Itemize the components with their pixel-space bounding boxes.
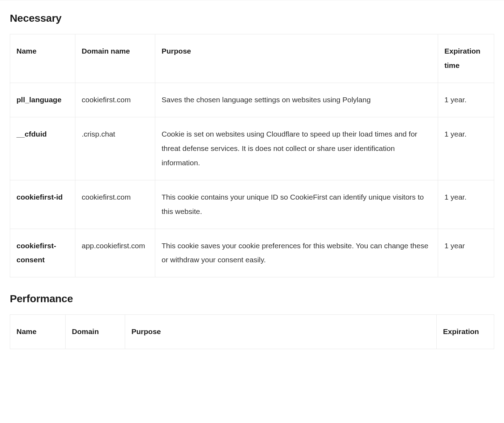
page-content: Necessary Name Domain name Purpose Expir… (0, 0, 504, 349)
cell-expiration: 1 year (438, 229, 494, 277)
cell-expiration: 1 year. (438, 180, 494, 229)
cell-purpose: Saves the chosen language settings on we… (155, 83, 438, 117)
col-header-name: Name (10, 315, 66, 349)
col-header-domain: Domain name (75, 34, 155, 83)
table-row: cookiefirst-id cookiefirst.com This cook… (10, 180, 494, 229)
col-header-purpose: Purpose (155, 34, 438, 83)
col-header-purpose: Purpose (125, 315, 437, 349)
table-row: cookiefirst-consent app.cookiefirst.com … (10, 229, 494, 277)
cell-purpose: This cookie contains your unique ID so C… (155, 180, 438, 229)
cell-domain: cookiefirst.com (75, 83, 155, 117)
table-header-row: Name Domain Purpose Expiration (10, 315, 494, 349)
table-row: pll_language cookiefirst.com Saves the c… (10, 83, 494, 117)
section-heading-necessary: Necessary (10, 12, 494, 24)
col-header-domain: Domain (66, 315, 125, 349)
cell-domain: cookiefirst.com (75, 180, 155, 229)
cell-domain: app.cookiefirst.com (75, 229, 155, 277)
cell-purpose: Cookie is set on websites using Cloudfla… (155, 117, 438, 180)
cell-domain: .crisp.chat (75, 117, 155, 180)
cell-name: __cfduid (10, 117, 75, 180)
cell-purpose: This cookie saves your cookie preference… (155, 229, 438, 277)
cell-name: pll_language (10, 83, 75, 117)
table-row: __cfduid .crisp.chat Cookie is set on we… (10, 117, 494, 180)
cookie-table-necessary: Name Domain name Purpose Expiration time… (10, 34, 494, 277)
cookie-table-performance: Name Domain Purpose Expiration (10, 314, 494, 349)
col-header-expiration: Expiration time (438, 34, 494, 83)
cell-expiration: 1 year. (438, 83, 494, 117)
cell-expiration: 1 year. (438, 117, 494, 180)
cell-name: cookiefirst-id (10, 180, 75, 229)
col-header-expiration: Expiration (437, 315, 494, 349)
cell-name: cookiefirst-consent (10, 229, 75, 277)
section-heading-performance: Performance (10, 293, 494, 305)
col-header-name: Name (10, 34, 75, 83)
table-header-row: Name Domain name Purpose Expiration time (10, 34, 494, 83)
